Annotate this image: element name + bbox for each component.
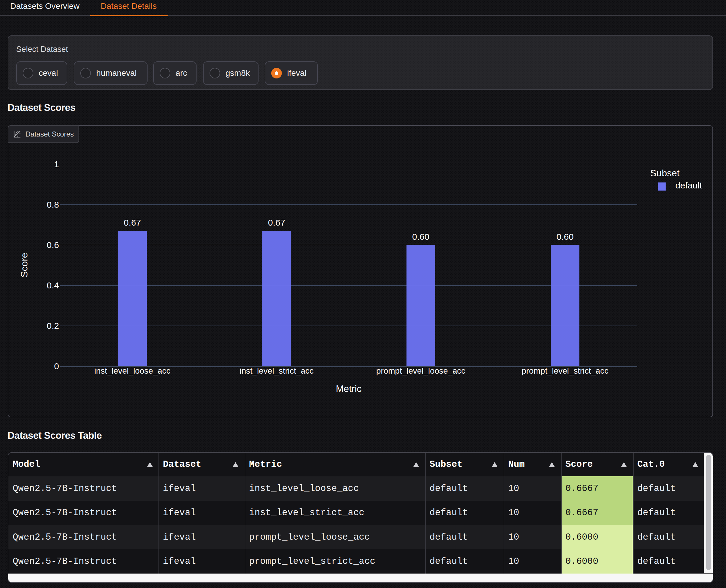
svg-text:0.8: 0.8	[47, 200, 59, 209]
svg-text:Subset: Subset	[650, 168, 680, 178]
svg-text:Metric: Metric	[336, 383, 362, 394]
svg-text:0.67: 0.67	[124, 218, 141, 227]
svg-text:prompt_level_strict_acc: prompt_level_strict_acc	[522, 366, 608, 375]
svg-text:0.2: 0.2	[47, 321, 59, 331]
svg-text:1: 1	[54, 159, 59, 169]
svg-text:0.60: 0.60	[556, 232, 573, 241]
svg-text:inst_level_loose_acc: inst_level_loose_acc	[94, 366, 170, 375]
svg-text:0.60: 0.60	[412, 232, 429, 241]
svg-text:prompt_level_loose_acc: prompt_level_loose_acc	[376, 366, 465, 375]
svg-text:0.4: 0.4	[47, 280, 59, 290]
svg-text:0: 0	[54, 361, 59, 371]
svg-text:0.67: 0.67	[268, 218, 285, 227]
svg-text:inst_level_strict_acc: inst_level_strict_acc	[240, 366, 314, 375]
svg-text:Score: Score	[19, 253, 29, 277]
svg-text:0.6: 0.6	[47, 240, 59, 250]
svg-text:default: default	[675, 181, 702, 190]
